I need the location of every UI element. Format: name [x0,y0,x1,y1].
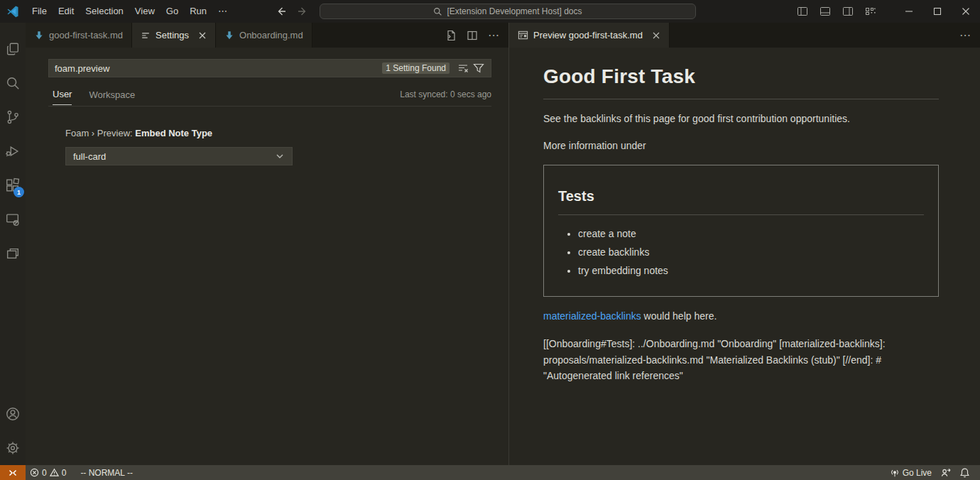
remote-explorer-icon[interactable] [0,202,26,236]
clear-settings-search-icon[interactable] [455,60,471,76]
scope-tab-workspace[interactable]: Workspace [89,89,135,105]
tab-label: good-first-task.md [49,30,123,40]
menu-view[interactable]: View [129,4,160,19]
settings-search-query: foam.preview [55,63,109,74]
tab-preview-good-first-task[interactable]: Preview good-first-task.md [509,23,670,48]
command-center-text: [Extension Development Host] docs [447,6,582,16]
editor-area: good-first-task.md Settings Onboarding.m… [26,23,980,465]
link-references-text: [[Onboarding#Tests]: ../Onboarding.md "O… [543,336,939,384]
menu-more[interactable]: ⋯ [212,4,233,19]
tab-good-first-task[interactable]: good-first-task.md [26,23,132,48]
search-icon [433,7,442,16]
editor-group-right: Preview good-first-task.md ⋯ Good First … [508,23,980,465]
list-item: try embedding notes [578,263,924,278]
setting-category: Foam › Preview: [65,128,135,138]
maximize-button[interactable] [923,0,952,23]
minimize-button[interactable] [895,0,923,23]
notifications-bell-icon[interactable] [955,465,974,480]
toggle-panel-icon[interactable] [814,0,837,23]
materialized-backlinks-link[interactable]: materialized-backlinks [543,310,641,322]
status-bar-right: Go Live [886,465,980,480]
extensions-badge: 1 [13,187,24,197]
warning-icon [50,468,59,477]
broadcast-icon [890,468,900,478]
go-live-label: Go Live [903,468,932,478]
run-debug-icon[interactable] [0,134,26,168]
remote-icon [8,468,18,478]
extensions-icon[interactable]: 1 [0,168,26,202]
tab-onboarding[interactable]: Onboarding.md [216,23,312,48]
last-synced-label: Last synced: 0 secs ago [400,89,491,105]
scope-tab-user[interactable]: User [53,89,72,105]
embed-note-type-dropdown[interactable]: full-card [65,147,293,165]
accounts-icon[interactable] [0,397,26,431]
setting-title: Foam › Preview: Embed Note Type [65,128,491,138]
preview-paragraph-2: More information under [543,138,939,153]
activity-bar: 1 [0,23,26,465]
warning-count: 0 [62,468,67,478]
go-forward-icon[interactable] [297,6,308,17]
error-icon [30,468,39,477]
settings-editor: foam.preview 1 Setting Found User Worksp… [26,48,508,465]
open-settings-json-icon[interactable] [442,26,460,45]
close-tab-icon[interactable] [652,31,660,40]
explorer-icon[interactable] [0,32,26,66]
vscode-logo-icon [6,5,19,18]
preview-paragraph-1: See the backlinks of this page for good … [543,111,939,126]
dropdown-value: full-card [73,151,106,162]
split-editor-icon[interactable] [463,26,481,45]
embedded-note-card: Tests create a note create backlinks try… [543,165,939,297]
preview-icon [518,30,528,40]
right-tab-actions: ⋯ [956,23,980,48]
right-tab-bar: Preview good-first-task.md ⋯ [509,23,980,48]
go-back-icon[interactable] [276,6,287,17]
settings-editor-icon [141,31,151,40]
menu-run[interactable]: Run [184,4,212,19]
vim-mode-indicator[interactable]: -- NORMAL -- [76,465,137,480]
filter-settings-icon[interactable] [471,60,486,76]
status-bar: 0 0 -- NORMAL -- Go Live [0,465,980,480]
editor-group-left: good-first-task.md Settings Onboarding.m… [26,23,508,465]
list-item: create a note [578,227,924,241]
preview-title: Good First Task [543,62,939,99]
backlink-suffix: would help here. [641,310,717,322]
close-window-button[interactable] [952,0,980,23]
title-bar: File Edit Selection View Go Run ⋯ [Exten… [0,0,980,23]
manage-gear-icon[interactable] [0,431,26,465]
setting-name: Embed Note Type [135,128,212,138]
menu-edit[interactable]: Edit [53,4,80,19]
close-tab-icon[interactable] [198,31,207,40]
markdown-file-icon [224,31,234,40]
settings-scope-row: User Workspace Last synced: 0 secs ago [48,89,491,107]
embedded-note-list: create a note create backlinks try embed… [558,227,924,278]
error-count: 0 [42,468,47,478]
setting-row-embed-note-type: Foam › Preview: Embed Note Type full-car… [65,128,491,165]
tab-settings[interactable]: Settings [132,23,216,48]
problems-indicator[interactable]: 0 0 [26,465,70,480]
chevron-down-icon [275,151,285,161]
tab-label: Settings [156,30,189,40]
backlink-paragraph: materialized-backlinks would help here. [543,309,939,324]
menu-file[interactable]: File [26,4,53,19]
go-live-button[interactable]: Go Live [886,465,936,480]
customize-layout-icon[interactable] [859,0,882,23]
tab-label: Onboarding.md [239,30,303,40]
menu-selection[interactable]: Selection [80,4,129,19]
more-actions-icon[interactable]: ⋯ [484,26,503,45]
search-view-icon[interactable] [0,66,26,100]
command-center[interactable]: [Extension Development Host] docs [320,4,696,19]
remote-indicator[interactable] [0,465,26,480]
live-share-button[interactable] [936,465,955,480]
toggle-secondary-sidebar-icon[interactable] [837,0,859,23]
source-control-icon[interactable] [0,100,26,134]
menu-go[interactable]: Go [160,4,184,19]
left-tab-bar: good-first-task.md Settings Onboarding.m… [26,23,508,48]
list-item: create backlinks [578,245,924,260]
windows-stack-icon[interactable] [0,236,26,271]
embedded-note-heading: Tests [558,185,924,215]
toggle-primary-sidebar-icon[interactable] [791,0,814,23]
settings-search-input[interactable]: foam.preview 1 Setting Found [48,59,491,77]
markdown-file-icon [34,31,44,40]
live-share-icon [940,467,951,478]
more-actions-icon[interactable]: ⋯ [956,26,974,45]
